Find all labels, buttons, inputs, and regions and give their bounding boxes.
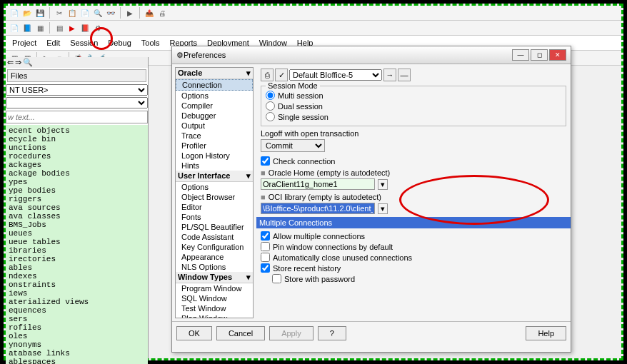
find-icon[interactable]: 🔍 <box>92 7 104 19</box>
preset-btn2[interactable]: ✓ <box>275 69 288 81</box>
apply-button[interactable]: Apply <box>269 326 314 340</box>
tree-item[interactable]: Profiler <box>176 141 253 151</box>
gear-icon[interactable]: ⚙ <box>92 22 104 34</box>
menu-tools[interactable]: Tools <box>138 37 164 49</box>
object-item[interactable]: atabase links <box>7 349 146 358</box>
cube-icon[interactable]: ▦ <box>34 22 46 34</box>
object-item[interactable]: onstraints <box>7 280 146 289</box>
tree-item[interactable]: Compiler <box>176 101 253 111</box>
menu-debug[interactable]: Debug <box>104 37 134 49</box>
tree-item[interactable]: Test Window <box>176 303 253 313</box>
object-item[interactable]: ablespaces <box>7 358 146 364</box>
pin-checkbox[interactable] <box>261 242 270 251</box>
object-item[interactable]: ndexes <box>7 272 146 280</box>
binoculars-icon[interactable]: 👓 <box>105 7 116 19</box>
object-item[interactable]: ynonyms <box>7 340 146 349</box>
object-item[interactable]: ackages <box>7 161 146 169</box>
logoff-combo[interactable]: Commit <box>261 139 325 152</box>
tree-item[interactable]: Debugger <box>176 111 253 121</box>
tree-item[interactable]: Plan Window <box>176 313 253 318</box>
ok-button[interactable]: OK <box>176 326 212 340</box>
youtube-icon[interactable]: ▶ <box>66 22 78 34</box>
object-item[interactable]: ype bodies <box>7 186 146 195</box>
tree-item[interactable]: Trace <box>176 131 253 141</box>
object-item[interactable]: ueue tables <box>7 238 146 246</box>
tree-item[interactable]: Editor <box>176 202 253 212</box>
tree-category[interactable]: Oracle▾ <box>176 68 253 79</box>
oracle-home-input[interactable] <box>261 178 375 190</box>
filter-combo[interactable] <box>6 97 148 108</box>
multi-session-radio[interactable] <box>266 91 275 100</box>
preset-go[interactable]: → <box>383 69 396 81</box>
oci-input[interactable] <box>261 203 375 214</box>
schema-combo[interactable]: NT USER> <box>6 84 148 96</box>
object-item[interactable]: ables <box>7 263 146 272</box>
object-item[interactable]: sers <box>7 315 146 323</box>
check-connection-checkbox[interactable] <box>261 156 270 166</box>
object-item[interactable]: equences <box>7 306 146 315</box>
run-icon[interactable]: ▶ <box>124 7 136 19</box>
nav-find-icon[interactable]: 🔍 <box>23 58 33 67</box>
preset-combo[interactable]: Default BIoffice-5 <box>289 69 382 81</box>
tree-item[interactable]: Output <box>176 121 253 131</box>
object-item[interactable]: ecycle bin <box>7 135 146 143</box>
book-icon[interactable]: 📘 <box>21 22 33 34</box>
nav-fwd-icon[interactable]: ⇒ <box>15 58 21 67</box>
object-item[interactable]: rofiles <box>7 323 146 332</box>
grid-icon[interactable]: ▤ <box>54 22 65 34</box>
tree-item[interactable]: Object Browser <box>176 192 253 202</box>
store-checkbox[interactable] <box>261 263 270 273</box>
object-item[interactable]: riggers <box>7 195 146 203</box>
tree-item[interactable]: Program Window <box>176 283 253 293</box>
filter-input[interactable] <box>6 111 148 123</box>
menu-session[interactable]: Session <box>66 37 101 49</box>
close-button[interactable]: ✕ <box>549 49 566 61</box>
new-icon[interactable]: 📄 <box>9 7 20 19</box>
autoclose-checkbox[interactable] <box>261 253 270 262</box>
open-icon[interactable]: 📂 <box>21 7 33 19</box>
tree-item[interactable]: Fonts <box>176 212 253 222</box>
menu-project[interactable]: Project <box>9 37 40 49</box>
tree-item[interactable]: NLS Options <box>176 262 253 272</box>
allow-multi-checkbox[interactable] <box>261 231 270 241</box>
tree-item[interactable]: Appearance <box>176 252 253 262</box>
object-item[interactable]: rocedures <box>7 152 146 161</box>
cancel-button[interactable]: Cancel <box>216 326 265 340</box>
preset-btn1[interactable]: ⎙ <box>261 69 274 81</box>
tree-item[interactable]: Options <box>176 91 253 101</box>
object-item[interactable]: ecent objects <box>7 126 146 135</box>
object-item[interactable]: oles <box>7 332 146 340</box>
object-item[interactable]: irectories <box>7 255 146 263</box>
object-item[interactable]: BMS_Jobs <box>7 221 146 229</box>
copy-icon[interactable]: 📋 <box>66 7 78 19</box>
nav-back-icon[interactable]: ⇐ <box>7 58 14 67</box>
object-item[interactable]: iews <box>7 289 146 298</box>
help-icon-button[interactable]: ? <box>318 326 346 340</box>
tree-category[interactable]: User Interface▾ <box>176 171 253 182</box>
cut-icon[interactable]: ✂ <box>54 7 65 19</box>
tree-item[interactable]: PL/SQL Beautifier <box>176 222 253 232</box>
tree-item[interactable]: Connection <box>176 79 253 91</box>
storepw-checkbox[interactable] <box>272 274 281 283</box>
tree-item[interactable]: Options <box>176 182 253 192</box>
object-item[interactable]: ava sources <box>7 203 146 212</box>
dual-session-radio[interactable] <box>266 101 275 111</box>
tree-item[interactable]: Hints <box>176 161 253 171</box>
maximize-button[interactable]: ◻ <box>531 49 548 61</box>
doc-icon[interactable]: 📄 <box>9 22 20 34</box>
object-item[interactable]: ibraries <box>7 246 146 255</box>
tree-item[interactable]: SQL Window <box>176 293 253 303</box>
object-item[interactable]: ackage bodies <box>7 169 146 178</box>
paste-icon[interactable]: 📄 <box>79 7 91 19</box>
object-list[interactable]: ecent objectsecycle binunctionsrocedures… <box>6 125 148 364</box>
help-button[interactable]: Help <box>526 326 566 340</box>
save-icon[interactable]: 💾 <box>34 7 46 19</box>
preset-del[interactable]: — <box>398 69 411 81</box>
tree-item[interactable]: Logon History <box>176 151 253 161</box>
object-item[interactable]: ueues <box>7 229 146 238</box>
print-icon[interactable]: 🖨 <box>156 7 168 19</box>
preferences-tree[interactable]: Oracle▾ConnectionOptionsCompilerDebugger… <box>175 67 254 318</box>
pdf-icon[interactable]: 📕 <box>79 22 91 34</box>
tree-item[interactable]: Code Assistant <box>176 232 253 242</box>
tree-category[interactable]: Window Types▾ <box>176 272 253 283</box>
